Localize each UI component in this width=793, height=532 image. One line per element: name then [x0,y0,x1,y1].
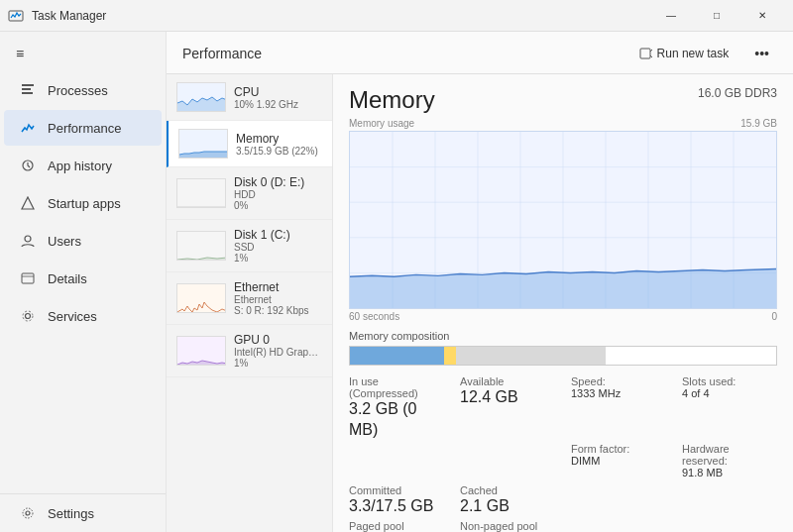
settings-icon [20,505,36,521]
app-history-icon [20,158,36,173]
memory-sub: 3.5/15.9 GB (22%) [236,146,322,157]
stat-cached: Cached 2.1 GB [460,484,555,517]
services-label: Services [48,309,97,324]
memory-usage-chart [349,131,777,309]
available-value: 12.4 GB [460,387,555,408]
stat-in-use: In use (Compressed) 3.2 GB (0 MB) [349,375,444,441]
hw-reserved-value: 91.8 MB [682,467,777,479]
app-body: ≡ Processes Performance App history Star… [0,32,793,532]
gpu0-pct: 1% [234,358,322,369]
disk0-thumbnail [176,178,226,208]
processes-icon [20,82,36,98]
sidebar-item-app-history[interactable]: App history [4,148,162,183]
device-item-disk1[interactable]: Disk 1 (C:) SSD 1% [167,220,332,272]
stats-grid-3: Paged pool 222 MB Non-paged pool 117 MB [349,520,777,532]
hamburger-menu[interactable]: ≡ [0,36,166,71]
device-item-gpu0[interactable]: GPU 0 Intel(R) HD Graphic... 1% [167,325,332,377]
app-title: Task Manager [32,9,648,23]
sidebar-item-users[interactable]: Users [4,223,162,259]
cpu-info: CPU 10% 1.92 GHz [234,85,322,110]
run-new-task-button[interactable]: Run new task [629,43,739,64]
chart-label-row: Memory usage 15.9 GB [349,118,777,129]
performance-label: Performance [48,121,121,136]
sidebar-bottom: Settings [0,493,166,532]
content-header: Performance Run new task ••• [167,32,793,74]
memory-composition-section: Memory composition [349,330,777,366]
disk1-thumbnail [176,231,226,261]
memory-thumbnail [178,129,228,159]
content-area: Performance Run new task ••• [167,32,793,532]
chart-bottom-labels: 60 seconds 0 [349,311,777,322]
device-item-cpu[interactable]: CPU 10% 1.92 GHz [167,74,332,121]
sidebar-item-details[interactable]: Details [4,261,162,296]
cached-label: Cached [460,484,555,496]
stat-hw-reserved: Hardware reserved: 91.8 MB [682,443,777,479]
svg-marker-5 [22,197,34,209]
more-options-button[interactable]: ••• [746,42,777,65]
device-list: CPU 10% 1.92 GHz Memory [167,74,333,532]
comp-in-use [350,347,444,365]
ethernet-thumbnail [176,283,226,313]
disk1-info: Disk 1 (C:) SSD 1% [234,228,322,264]
close-button[interactable]: ✕ [739,0,785,32]
app-history-label: App history [48,159,112,173]
svg-point-10 [23,311,33,321]
stat-speed: Speed: 1333 MHz [571,375,666,441]
processes-label: Processes [48,83,108,98]
disk0-sub: HDD [234,189,322,200]
chart-svg [350,132,776,308]
svg-rect-21 [177,232,226,261]
comp-modified [444,347,457,365]
comp-free [606,347,776,365]
usage-label: Memory usage [349,118,414,129]
cpu-sub: 10% 1.92 GHz [234,99,322,110]
ethernet-info: Ethernet Ethernet S: 0 R: 192 Kbps [234,280,322,316]
run-task-label: Run new task [657,47,730,60]
device-item-memory[interactable]: Memory 3.5/15.9 GB (22%) [167,121,332,167]
services-icon [20,308,36,324]
gpu0-sub: Intel(R) HD Graphic... [234,347,322,358]
memory-detail-panel: Memory 16.0 GB DDR3 Memory usage 15.9 GB [333,74,793,532]
gpu0-info: GPU 0 Intel(R) HD Graphic... 1% [234,333,322,369]
stats-grid-2: Committed 3.3/17.5 GB Cached 2.1 GB [349,484,777,517]
sidebar-item-processes[interactable]: Processes [4,72,162,108]
minimize-button[interactable]: — [648,0,694,32]
run-task-icon [639,47,653,60]
sidebar-item-startup-apps[interactable]: Startup apps [4,185,162,221]
cpu-name: CPU [234,85,322,99]
sidebar-item-services[interactable]: Services [4,298,162,334]
disk0-name: Disk 0 (D: E:) [234,175,322,189]
composition-bar [349,346,777,366]
page-title: Performance [182,46,262,61]
sidebar-item-settings[interactable]: Settings [4,495,162,531]
stat-committed: Committed 3.3/17.5 GB [349,484,444,517]
speed-label: Speed: [571,375,666,387]
in-use-label: In use (Compressed) [349,375,444,399]
svg-rect-23 [177,284,226,313]
startup-icon [20,195,36,211]
app-icon [8,8,24,24]
ethernet-name: Ethernet [234,280,322,294]
committed-value: 3.3/17.5 GB [349,496,444,517]
in-use-value: 3.2 GB (0 MB) [349,399,444,441]
titlebar: Task Manager — □ ✕ [0,0,793,32]
performance-icon [20,120,36,136]
sidebar-item-performance[interactable]: Performance [4,110,162,146]
sidebar: ≡ Processes Performance App history Star… [0,32,167,532]
speed-value: 1333 MHz [571,387,666,399]
ethernet-pct: S: 0 R: 192 Kbps [234,305,322,316]
disk1-name: Disk 1 (C:) [234,228,322,242]
hw-reserved-label: Hardware reserved: [682,443,777,467]
available-label: Available [460,375,555,387]
maximize-button[interactable]: □ [694,0,739,32]
window-controls: — □ ✕ [648,0,785,32]
device-item-disk0[interactable]: Disk 0 (D: E:) HDD 0% [167,167,332,220]
form-label: Form factor: [571,443,666,455]
details-icon [20,270,36,286]
device-item-ethernet[interactable]: Ethernet Ethernet S: 0 R: 192 Kbps [167,272,332,325]
usage-max: 15.9 GB [740,118,777,129]
svg-point-9 [26,314,31,319]
stats-row-2: Form factor: DIMM Hardware reserved: 91.… [349,443,777,479]
memory-spec: 16.0 GB DDR3 [698,86,777,100]
disk0-pct: 0% [234,200,322,211]
